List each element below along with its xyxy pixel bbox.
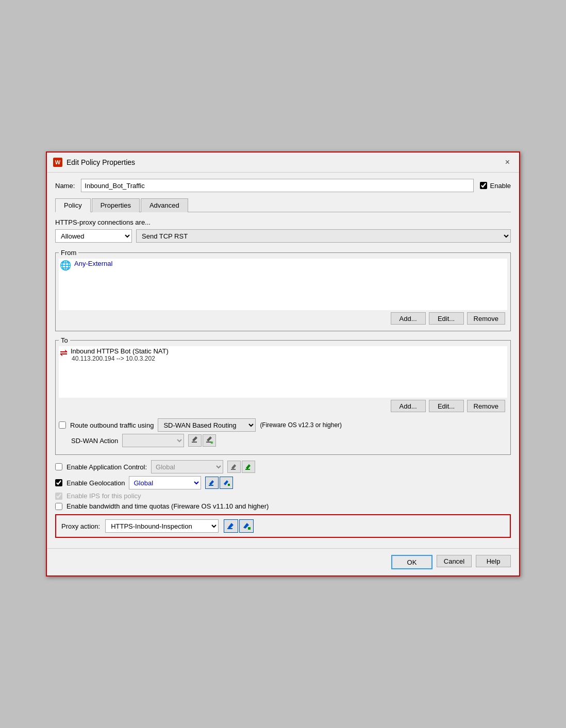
from-item-icon: 🌐	[60, 260, 71, 271]
allowed-dropdown[interactable]: Allowed Denied Denied (send reset)	[55, 229, 132, 243]
proxy-action-edit-btn[interactable]	[224, 519, 238, 533]
app-control-label: Enable Application Control:	[66, 463, 147, 471]
add-icon	[245, 463, 252, 470]
app-control-row: Enable Application Control: Global	[55, 460, 511, 473]
from-legend: From	[59, 249, 78, 257]
edit-icon	[230, 463, 238, 470]
edit-icon	[227, 522, 235, 530]
geolocation-edit-btn[interactable]	[205, 477, 219, 489]
svg-marker-11	[224, 480, 228, 485]
svg-marker-1	[192, 436, 197, 442]
name-input[interactable]	[81, 179, 473, 192]
close-button[interactable]: ×	[502, 157, 513, 168]
svg-rect-10	[209, 485, 213, 486]
title-bar-left: W Edit Policy Properties	[53, 158, 135, 167]
to-group: To ⇌ Inbound HTTPS Bot (Static NAT) 40.1…	[55, 336, 511, 455]
enable-label: Enable	[490, 182, 511, 190]
dialog-footer: OK Cancel Help	[47, 548, 519, 575]
svg-rect-12	[228, 484, 230, 486]
geolocation-icon-buttons	[205, 477, 233, 489]
proxy-action-add-btn[interactable]	[239, 519, 254, 533]
geolocation-dropdown[interactable]: Global	[129, 476, 201, 489]
dialog-title: Edit Policy Properties	[66, 158, 135, 166]
dialog-body: Name: Enable Policy Properties Advanced …	[47, 173, 519, 544]
tabs: Policy Properties Advanced	[55, 198, 511, 212]
to-item-icon: ⇌	[60, 347, 68, 359]
from-add-button[interactable]: Add...	[391, 312, 426, 325]
tab-advanced[interactable]: Advanced	[141, 198, 188, 212]
geolocation-checkbox[interactable]	[55, 479, 62, 486]
app-control-dropdown[interactable]: Global	[151, 460, 223, 473]
route-note: (Fireware OS v12.3 or higher)	[260, 421, 342, 429]
to-edit-button[interactable]: Edit...	[429, 400, 464, 412]
app-control-checkbox[interactable]	[55, 463, 62, 470]
bandwidth-checkbox[interactable]	[55, 503, 62, 510]
svg-marker-13	[228, 523, 234, 529]
proxy-dropdowns: Allowed Denied Denied (send reset) Send …	[55, 229, 511, 243]
tab-policy[interactable]: Policy	[55, 198, 91, 212]
https-proxy-label: HTTPS-proxy connections are...	[55, 218, 511, 226]
svg-marker-9	[209, 480, 214, 485]
add-green-icon	[223, 479, 230, 486]
from-item-text: Any-External	[74, 260, 112, 267]
sdwan-select[interactable]	[122, 434, 184, 447]
enable-row: Enable	[480, 182, 511, 190]
from-remove-button[interactable]: Remove	[467, 312, 505, 325]
route-row: Route outbound traffic using SD-WAN Base…	[59, 418, 507, 432]
edit-icon	[191, 436, 199, 445]
title-bar: W Edit Policy Properties ×	[47, 153, 519, 173]
svg-rect-4	[211, 442, 213, 444]
proxy-action-dropdown[interactable]: HTTPS-Inbound-Inspection	[105, 519, 219, 533]
bandwidth-row: Enable bandwidth and time quotas (Firewa…	[55, 502, 511, 510]
to-item-text: Inbound HTTPS Bot (Static NAT)	[71, 347, 169, 355]
proxy-action-section: Proxy action: HTTPS-Inbound-Inspection	[55, 514, 511, 538]
from-edit-button[interactable]: Edit...	[429, 312, 464, 325]
route-label: Route outbound traffic using	[70, 421, 154, 429]
from-buttons: Add... Edit... Remove	[59, 310, 507, 328]
route-checkbox[interactable]	[59, 421, 66, 429]
proxy-action-icon-buttons	[224, 519, 254, 533]
app-control-edit-btn[interactable]	[227, 461, 241, 473]
action-dropdown[interactable]: Send TCP RST	[136, 229, 511, 243]
to-buttons: Add... Edit... Remove	[59, 398, 507, 415]
geolocation-label: Enable Geolocation	[66, 479, 125, 487]
name-row: Name: Enable	[55, 179, 511, 192]
app-control-icon-buttons	[227, 461, 255, 473]
sdwan-edit-icon-btn[interactable]	[188, 434, 202, 447]
name-label: Name:	[55, 182, 75, 190]
svg-rect-8	[245, 469, 250, 470]
help-button[interactable]: Help	[476, 555, 511, 567]
to-add-button[interactable]: Add...	[391, 400, 426, 412]
svg-marker-5	[231, 464, 236, 469]
ok-button[interactable]: OK	[391, 555, 432, 569]
to-legend: To	[59, 336, 70, 344]
sdwan-row: SD-WAN Action	[71, 434, 507, 447]
to-item: ⇌ Inbound HTTPS Bot (Static NAT) 40.113.…	[59, 346, 507, 363]
svg-rect-14	[227, 528, 232, 529]
from-group: From 🌐 Any-External Add... Edit... Remov…	[55, 249, 511, 331]
enable-checkbox[interactable]	[480, 182, 487, 189]
sdwan-add-icon-btn[interactable]	[203, 434, 216, 447]
to-item-text-block: Inbound HTTPS Bot (Static NAT) 40.113.20…	[71, 347, 169, 362]
bandwidth-label: Enable bandwidth and time quotas (Firewa…	[66, 502, 269, 510]
svg-rect-16	[248, 527, 251, 530]
cancel-button[interactable]: Cancel	[437, 555, 472, 567]
sdwan-label: SD-WAN Action	[71, 437, 118, 445]
ips-label: Enable IPS for this policy	[66, 492, 141, 500]
tab-properties[interactable]: Properties	[92, 198, 140, 212]
ips-checkbox	[55, 493, 62, 500]
svg-rect-2	[206, 442, 211, 443]
to-content-area: ⇌ Inbound HTTPS Bot (Static NAT) 40.113.…	[59, 346, 507, 398]
sdwan-icon-buttons	[188, 434, 216, 447]
add-icon	[205, 436, 213, 445]
checkboxes-section: Enable Application Control: Global	[55, 460, 511, 510]
route-dropdown[interactable]: SD-WAN Based Routing	[158, 418, 256, 432]
svg-marker-3	[207, 436, 212, 442]
to-remove-button[interactable]: Remove	[467, 400, 505, 412]
app-control-add-btn[interactable]	[242, 461, 255, 473]
geolocation-add-btn[interactable]	[220, 477, 233, 489]
edit-policy-dialog: W Edit Policy Properties × Name: Enable …	[46, 151, 520, 577]
from-item: 🌐 Any-External	[59, 259, 507, 272]
svg-marker-7	[246, 464, 251, 469]
app-icon: W	[53, 158, 62, 167]
